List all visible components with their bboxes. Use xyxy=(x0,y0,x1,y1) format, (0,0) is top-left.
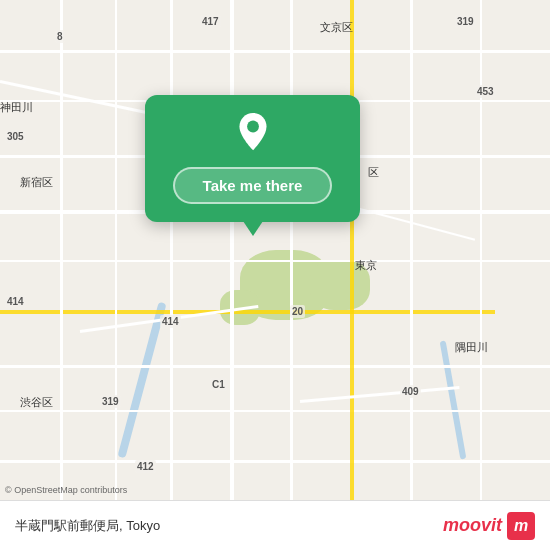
map-attribution: © OpenStreetMap contributors xyxy=(5,485,127,495)
popup-tail xyxy=(243,221,263,236)
road xyxy=(115,0,117,550)
road xyxy=(170,0,173,550)
road xyxy=(0,310,495,314)
road xyxy=(0,260,550,262)
map-number-label: 319 xyxy=(455,15,476,28)
location-pin-icon xyxy=(231,113,275,157)
take-me-there-button[interactable]: Take me there xyxy=(173,167,333,204)
location-title: 半蔵門駅前郵便局, Tokyo xyxy=(15,517,160,535)
map-number-label: 453 xyxy=(475,85,496,98)
map-number-label: 409 xyxy=(400,385,421,398)
map-jp-label: 東京 xyxy=(355,258,377,273)
map-number-label: 414 xyxy=(5,295,26,308)
popup-card: Take me there xyxy=(145,95,360,222)
map-jp-label: 文京区 xyxy=(320,20,353,35)
map-number-label: 319 xyxy=(100,395,121,408)
moovit-logo: moovit m xyxy=(443,512,535,540)
map-jp-label: 隅田川 xyxy=(455,340,488,355)
svg-point-0 xyxy=(247,121,259,133)
map-number-label: 20 xyxy=(290,305,305,318)
map-jp-label: 区 xyxy=(368,165,379,180)
map-jp-label: 渋谷区 xyxy=(20,395,53,410)
road xyxy=(410,0,413,550)
map-jp-label: 新宿区 xyxy=(20,175,53,190)
moovit-logo-text: moovit xyxy=(443,515,502,536)
map-number-label: 412 xyxy=(135,460,156,473)
road xyxy=(350,0,354,550)
road xyxy=(0,50,550,53)
road xyxy=(60,0,63,550)
road xyxy=(230,0,234,550)
road xyxy=(0,460,550,463)
road xyxy=(290,0,293,550)
road xyxy=(0,410,550,412)
bottom-bar: 半蔵門駅前郵便局, Tokyo moovit m xyxy=(0,500,550,550)
map-number-label: 305 xyxy=(5,130,26,143)
road xyxy=(480,0,482,550)
map-number-label: 8 xyxy=(55,30,65,43)
map-container: 417830530231945341441420319C1409412 文京区新… xyxy=(0,0,550,550)
road xyxy=(0,365,550,368)
map-number-label: 417 xyxy=(200,15,221,28)
moovit-logo-icon: m xyxy=(507,512,535,540)
map-number-label: 414 xyxy=(160,315,181,328)
map-number-label: C1 xyxy=(210,378,227,391)
map-jp-label: 神田川 xyxy=(0,100,33,115)
